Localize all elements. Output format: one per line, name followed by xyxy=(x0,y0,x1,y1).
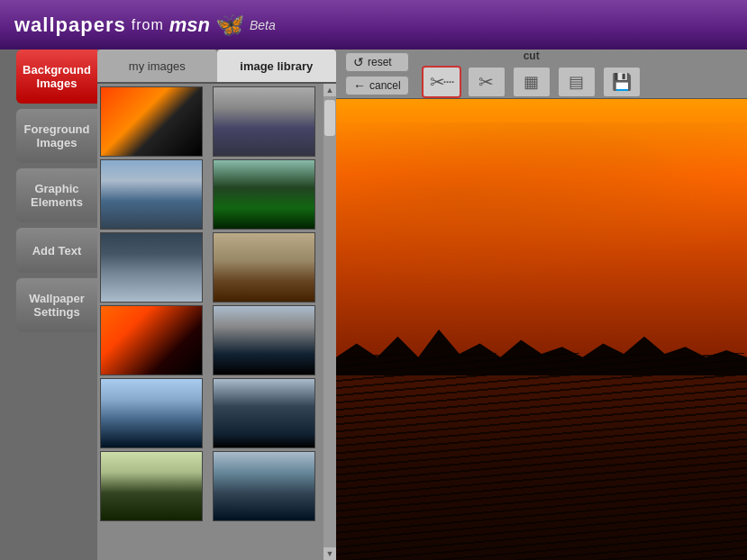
cut-freeform-icon: ✂ xyxy=(478,71,494,93)
center-panel: my images image library ▲ ▼ xyxy=(97,50,336,560)
thumbnail-4[interactable] xyxy=(213,159,315,230)
logo-beta: Beta xyxy=(250,18,276,32)
preview-panel: ↺ reset ← cancel cut ✂┈ ✂ xyxy=(336,50,747,560)
reset-button[interactable]: ↺ reset xyxy=(345,52,409,72)
butterfly-icon: 🦋 xyxy=(215,11,244,39)
scroll-thumb[interactable] xyxy=(324,100,335,136)
sidebar-label-wallpaper-settings: Wallpaper Settings xyxy=(22,292,92,319)
thumbnail-8[interactable] xyxy=(213,305,315,375)
thumbnail-3[interactable] xyxy=(100,159,203,230)
cancel-label: cancel xyxy=(369,79,401,92)
tab-image-library-label: image library xyxy=(240,59,313,73)
sidebar-item-graphic-elements[interactable]: Graphic Elements xyxy=(16,168,97,222)
logo-from: from xyxy=(132,17,164,33)
preview-image xyxy=(336,99,747,560)
thumbnail-7[interactable] xyxy=(100,305,203,375)
tool-group-reset-cancel: ↺ reset ← cancel xyxy=(345,52,409,95)
header: wallpapers from msn 🦋 Beta xyxy=(0,0,747,50)
toolbar-tools-row: ✂┈ ✂ ▦ ▤ 💾 xyxy=(422,66,642,98)
sidebar-item-background-images[interactable]: Background Images xyxy=(16,50,97,104)
sidebar-label-foreground-images: Foreground Images xyxy=(22,122,92,149)
image-grid-container[interactable]: ▲ ▼ xyxy=(97,84,336,560)
tab-image-library[interactable]: image library xyxy=(217,50,337,82)
tab-my-images[interactable]: my images xyxy=(97,50,217,82)
full-image-button[interactable]: ▦ xyxy=(512,66,551,98)
cut-dashed-icon: ✂┈ xyxy=(430,71,452,93)
thumbnail-5[interactable] xyxy=(100,232,203,303)
scroll-up-arrow[interactable]: ▲ xyxy=(323,84,336,96)
thumbnail-12[interactable] xyxy=(213,451,315,521)
sidebar-item-add-text[interactable]: Add Text xyxy=(16,228,97,273)
sidebar-item-foreground-images[interactable]: Foreground Images xyxy=(16,109,97,163)
sidebar-label-background-images: Background Images xyxy=(22,63,92,90)
preview-clouds xyxy=(336,122,747,307)
thumbnail-2[interactable] xyxy=(213,86,315,157)
thumbnail-10[interactable] xyxy=(213,378,315,448)
save-button[interactable]: 💾 xyxy=(602,66,642,98)
scroll-down-arrow[interactable]: ▼ xyxy=(323,547,336,560)
thumbnail-6[interactable] xyxy=(213,232,315,303)
main-layout: Background Images Foreground Images Grap… xyxy=(0,50,747,560)
sidebar: Background Images Foreground Images Grap… xyxy=(0,50,97,560)
sidebar-label-graphic-elements: Graphic Elements xyxy=(22,182,92,209)
fit-image-button[interactable]: ▤ xyxy=(557,66,597,98)
full-image-icon: ▦ xyxy=(524,72,539,92)
sidebar-item-wallpaper-settings[interactable]: Wallpaper Settings xyxy=(16,278,97,332)
logo-wallpapers: wallpapers xyxy=(14,14,126,37)
logo-msn: msn xyxy=(169,14,210,37)
cancel-icon: ← xyxy=(353,78,366,93)
thumbnail-9[interactable] xyxy=(100,378,203,448)
save-icon: 💾 xyxy=(612,72,632,92)
image-grid xyxy=(97,84,336,524)
tabs-bar: my images image library xyxy=(97,50,336,84)
cancel-button[interactable]: ← cancel xyxy=(345,76,409,95)
scrollbar-track[interactable]: ▲ ▼ xyxy=(323,84,336,560)
toolbar: ↺ reset ← cancel cut ✂┈ ✂ xyxy=(336,50,747,99)
thumbnail-1[interactable] xyxy=(100,86,203,157)
cut-dashed-button[interactable]: ✂┈ xyxy=(422,66,461,98)
cut-freeform-button[interactable]: ✂ xyxy=(467,66,506,98)
fit-image-icon: ▤ xyxy=(569,72,584,92)
cut-label: cut xyxy=(422,50,642,62)
reset-icon: ↺ xyxy=(353,55,364,69)
toolbar-tools: cut ✂┈ ✂ ▦ ▤ 💾 xyxy=(422,50,642,98)
tab-my-images-label: my images xyxy=(129,59,186,73)
sidebar-label-add-text: Add Text xyxy=(32,244,82,257)
thumbnail-11[interactable] xyxy=(100,451,203,521)
preview-reeds xyxy=(336,353,747,560)
app-logo: wallpapers from msn 🦋 Beta xyxy=(14,11,276,39)
reset-label: reset xyxy=(368,56,392,68)
